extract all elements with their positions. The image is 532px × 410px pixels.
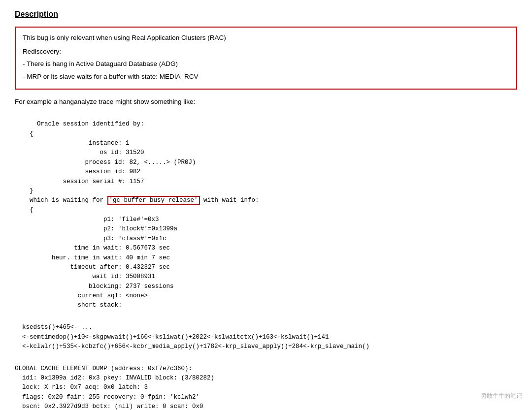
highlight-gc-buffer: 'gc buffer busy release'	[107, 196, 200, 205]
redbox1-line2: Rediscovery:	[23, 46, 509, 57]
page-title: Description	[15, 10, 517, 19]
redbox1-line3: - There is hang in Active Dataguard Data…	[23, 59, 509, 69]
watermark: 勇敢牛牛的笔记	[481, 392, 522, 400]
code-before-highlight: Oracle session identified by: { instance…	[15, 121, 196, 204]
stack-lines: ksedsts()+465<- ... <-semtimedop()+10<-s…	[15, 323, 517, 351]
redbox1-line4: - MRP or its slave waits for a buffer wi…	[23, 71, 509, 82]
redbox1-line1: This bug is only relevant when using Rea…	[23, 32, 509, 43]
page-description: Description This bug is only relevant wh…	[15, 10, 517, 410]
intro-line: For example a hanganalyze trace might sh…	[15, 96, 517, 107]
code-block-main: Oracle session identified by: { instance…	[15, 110, 517, 320]
global-cache-block: GLOBAL CACHE ELEMENT DUMP (address: 0xf7…	[15, 354, 517, 410]
top-red-box: This bug is only relevant when using Rea…	[15, 27, 517, 90]
code-after-highlight: with wait info: { p1: 'file#'=0x3 p2: 'b…	[15, 197, 259, 309]
